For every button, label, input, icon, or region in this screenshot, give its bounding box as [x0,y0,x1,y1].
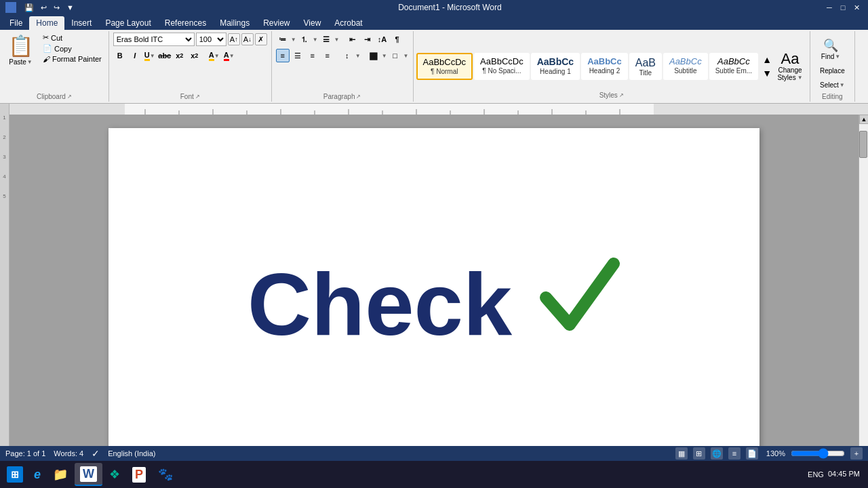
outline-view-button[interactable]: ≡ [728,447,741,460]
draft-view-button[interactable]: 📄 [746,447,758,460]
close-btn[interactable]: ✕ [850,2,863,13]
scroll-thumb[interactable] [859,131,867,158]
numbering-button[interactable]: ⒈ [298,33,311,46]
underline-button[interactable]: U ▼ [143,49,157,62]
tab-mailings[interactable]: Mailings [213,16,256,30]
tab-review[interactable]: Review [256,16,296,30]
find-button[interactable]: 🔍 Find ▼ [816,35,846,63]
sort-button[interactable]: ↕A [376,33,389,46]
tab-page-layout[interactable]: Page Layout [98,16,157,30]
text-highlight-button[interactable]: A ▼ [208,49,221,62]
bold-button[interactable]: B [113,49,127,62]
tab-insert[interactable]: Insert [64,16,98,30]
change-styles-dropdown[interactable]: ▼ [797,75,803,81]
increase-indent-button[interactable]: ⇥ [361,33,374,46]
highlight-dropdown[interactable]: ▼ [214,53,220,59]
decrease-indent-button[interactable]: ⇤ [346,33,359,46]
show-hide-button[interactable]: ¶ [391,33,404,46]
undo-btn[interactable]: ↩ [38,2,50,14]
find-dropdown[interactable]: ▼ [835,54,840,60]
numbering-dropdown[interactable]: ▼ [313,37,318,43]
tab-home[interactable]: Home [29,16,64,30]
select-dropdown[interactable]: ▼ [840,82,845,88]
taskbar-explorer[interactable]: 📁 [47,463,73,486]
shading-button[interactable]: ▦ [367,49,380,62]
tab-references[interactable]: References [158,16,213,30]
print-view-button[interactable]: ▦ [675,447,688,460]
borders-button[interactable]: □ [389,49,402,62]
style-title[interactable]: AaB Title [629,53,662,80]
redo-btn[interactable]: ↪ [51,2,62,14]
zoom-in-button[interactable]: + [850,447,863,460]
taskbar-powerpoint[interactable]: P [127,463,151,486]
taskbar-word[interactable]: W [75,463,102,486]
font-clear-button[interactable]: ✗ [255,33,267,45]
justify-button[interactable]: ≡ [321,49,334,62]
shading-dropdown[interactable]: ▼ [382,53,387,59]
clipboard-expand-icon[interactable]: ↗ [67,94,72,100]
styles-scroll-down[interactable]: ▼ [762,68,772,79]
web-view-button[interactable]: 🌐 [711,447,723,460]
styles-expand-icon[interactable]: ↗ [619,92,624,98]
style-subtle-em[interactable]: AaBbCc Subtle Em... [709,53,758,80]
change-styles-button[interactable]: Aa Change Styles ▼ [773,49,807,84]
scroll-track[interactable] [859,124,868,446]
tab-file[interactable]: File [3,16,29,30]
bullets-dropdown[interactable]: ▼ [291,37,296,43]
format-painter-button[interactable]: 🖌 Format Painter [40,54,104,64]
align-right-button[interactable]: ≡ [306,49,319,62]
document-scroll-area[interactable]: Check [9,115,859,446]
subscript-button[interactable]: x2 [173,49,186,62]
taskbar-app1[interactable]: ❖ [104,463,125,486]
style-subtitle[interactable]: AaBbCc Subtitle [663,53,708,80]
font-color-button[interactable]: A ▼ [222,49,236,62]
font-expand-icon[interactable]: ↗ [195,94,200,100]
paste-dropdown-arrow[interactable]: ▼ [27,59,33,65]
word-count: Words: 4 [54,449,83,458]
document-page[interactable]: Check [108,128,760,446]
line-spacing-button[interactable]: ↕ [340,49,354,62]
multilevel-dropdown[interactable]: ▼ [334,37,340,43]
font-name-select[interactable]: Eras Bold ITC [113,33,195,46]
replace-button[interactable]: Replace [816,64,849,77]
font-color-dropdown[interactable]: ▼ [229,53,235,59]
style-no-spacing[interactable]: AaBbCcDc ¶ No Spaci... [474,53,530,80]
line-spacing-dropdown[interactable]: ▼ [355,53,361,59]
font-grow-button[interactable]: A↑ [228,33,240,45]
style-normal[interactable]: AaBbCcDc ¶ Normal [416,53,473,80]
start-button[interactable]: ⊞ [3,462,27,487]
italic-button[interactable]: I [128,49,142,62]
taskbar-app3[interactable]: 🐾 [153,463,178,486]
minimize-btn[interactable]: ─ [823,2,835,13]
superscript-button[interactable]: x2 [188,49,201,62]
style-heading1[interactable]: AaBbCc Heading 1 [531,53,580,80]
maximize-btn[interactable]: □ [837,2,849,13]
bullets-button[interactable]: ≔ [276,33,290,46]
align-center-button[interactable]: ☰ [291,49,304,62]
taskbar-ie[interactable]: e [28,463,46,486]
zoom-slider[interactable] [791,449,845,458]
full-screen-button[interactable]: ⊞ [693,447,705,460]
save-btn[interactable]: 💾 [22,2,37,14]
select-button[interactable]: Select ▼ [816,79,849,92]
paste-button[interactable]: 📋 Paste ▼ [4,33,37,92]
style-no-spacing-preview: AaBbCcDc [480,56,524,67]
paragraph-expand-icon[interactable]: ↗ [356,94,361,100]
copy-button[interactable]: 📄 Copy [40,43,104,54]
multilevel-button[interactable]: ☰ [319,33,333,46]
tab-view[interactable]: View [297,16,328,30]
customize-btn[interactable]: ▼ [64,2,77,13]
underline-dropdown[interactable]: ▼ [150,53,155,59]
font-shrink-button[interactable]: A↓ [241,33,254,45]
font-size-select[interactable]: 100 [196,33,226,46]
style-heading2[interactable]: AaBbCc Heading 2 [581,53,628,80]
tab-acrobat[interactable]: Acrobat [328,16,369,30]
strikethrough-button[interactable]: abc [158,49,172,62]
align-left-button[interactable]: ≡ [276,49,290,62]
styles-scroll-up[interactable]: ▲ [762,54,772,65]
language[interactable]: English (India) [108,449,155,458]
spell-check-icon[interactable]: ✓ [92,448,100,459]
borders-dropdown[interactable]: ▼ [403,53,409,59]
cut-button[interactable]: ✂ Cut [40,33,104,43]
scroll-up-button[interactable]: ▲ [859,115,868,124]
